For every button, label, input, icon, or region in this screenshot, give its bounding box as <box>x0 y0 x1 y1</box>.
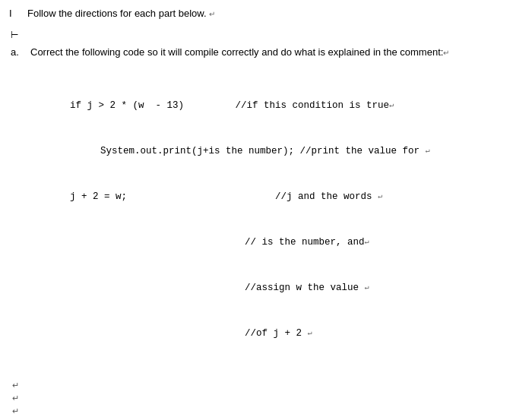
ret3: ↵ <box>12 405 504 418</box>
part-a-code: if j > 2 * (w - 13) //if this condition … <box>40 68 504 371</box>
return-mark: ↵ <box>209 10 215 18</box>
code-line-5: //assign w the value ↵ <box>40 280 504 295</box>
code-line-6: //of j + 2 ↵ <box>40 326 504 341</box>
code-line-2: System.out.print(j+is the number); //pri… <box>40 144 504 159</box>
code-text: j + 2 = w; //j and the words <box>70 191 378 202</box>
code-text: System.out.print(j+is the number); //pri… <box>100 146 426 156</box>
part-a-label: a. <box>9 45 30 60</box>
code-text: if j > 2 * (w - 13) //if this condition … <box>70 100 389 111</box>
return-mark-a: ↵ <box>443 49 449 57</box>
instruction-line: I Follow the directions for each part be… <box>9 6 504 21</box>
left-return-marks: ↵ ↵ ↵ ↵ ↵ ↵ ↵ ↵ ↵ ↵ ↵ ↵ ↵ ↵ ↵ ↵ ↵ <box>11 379 504 421</box>
code-text: //of j + 2 <box>40 328 308 339</box>
ret4: ↵ <box>12 418 504 420</box>
para-marker: ⊢ <box>11 27 504 43</box>
left-margin-area: ↵ ↵ ↵ ↵ ↵ ↵ ↵ ↵ ↵ ↵ ↵ ↵ ↵ ↵ ↵ ↵ ↵ <box>11 379 504 421</box>
part-a-header: a. Correct the following code so it will… <box>9 45 504 63</box>
instruction-text: Follow the directions for each part belo… <box>27 6 215 21</box>
code-line-3: j + 2 = w; //j and the words ↵ <box>40 189 504 204</box>
code-line-4: // is the number, and↵ <box>40 235 504 250</box>
ret1: ↵ <box>12 379 504 392</box>
code-line-1: if j > 2 * (w - 13) //if this condition … <box>40 98 504 113</box>
part-a-description: Correct the following code so it will co… <box>30 45 449 60</box>
roman-numeral: I <box>9 6 24 21</box>
ret2: ↵ <box>12 392 504 405</box>
part-a-section: a. Correct the following code so it will… <box>9 45 504 371</box>
code-text: // is the number, and <box>40 237 365 248</box>
code-text: //assign w the value <box>40 283 365 293</box>
page-content: I Follow the directions for each part be… <box>9 6 504 420</box>
